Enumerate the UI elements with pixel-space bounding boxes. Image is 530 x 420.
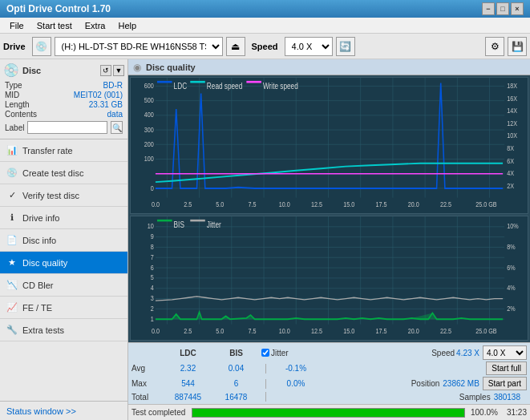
- menu-start-test[interactable]: Start test: [30, 19, 79, 32]
- disc-label-btn[interactable]: 🔍: [111, 121, 123, 134]
- svg-text:6X: 6X: [507, 157, 514, 165]
- sidebar-item-cd-bler[interactable]: 📉 CD Bler: [0, 274, 127, 297]
- menu-file[interactable]: File: [3, 19, 30, 32]
- svg-text:14X: 14X: [507, 107, 517, 115]
- contents-value: data: [107, 110, 123, 119]
- extra-tests-label: Extra tests: [22, 325, 64, 335]
- settings-button[interactable]: ⚙: [485, 37, 504, 56]
- length-value: 23.31 GB: [89, 100, 123, 109]
- charts-container: LDC Read speed Write speed 600 500 400 3…: [128, 75, 530, 342]
- max-jitter: 0.0%: [266, 379, 322, 388]
- close-button[interactable]: ×: [511, 2, 524, 15]
- dq-title: Disc quality: [146, 63, 196, 72]
- total-label: Total: [131, 393, 162, 402]
- type-label: Type: [5, 81, 22, 90]
- disc-refresh-btn[interactable]: ↺: [100, 65, 111, 76]
- sidebar: 💿 Disc ↺ ▼ Type BD-R MID MEIT02 (001) Le…: [0, 59, 128, 420]
- sidebar-item-create-test-disc[interactable]: 💿 Create test disc: [0, 162, 127, 184]
- chart1-wrapper: LDC Read speed Write speed 600 500 400 3…: [130, 77, 528, 214]
- progress-status: Test completed: [131, 408, 185, 417]
- sidebar-item-disc-info[interactable]: 📄 Disc info: [0, 229, 127, 252]
- speed-header: Speed: [431, 349, 455, 357]
- sidebar-item-drive-info[interactable]: ℹ Drive info: [0, 207, 127, 229]
- disc-quality-label: Disc quality: [22, 258, 67, 268]
- progress-time: 31:23: [507, 408, 527, 417]
- svg-text:10: 10: [148, 223, 154, 231]
- svg-text:Write speed: Write speed: [263, 81, 298, 91]
- status-window-label: Status window >>: [6, 406, 76, 416]
- disc-type-row: Type BD-R: [3, 81, 124, 90]
- label-label: Label: [5, 123, 24, 132]
- avg-ldc: 2.32: [162, 364, 214, 373]
- sidebar-item-extra-tests[interactable]: 🔧 Extra tests: [0, 319, 127, 341]
- svg-text:200: 200: [144, 140, 154, 148]
- jitter-checkbox[interactable]: [261, 349, 269, 357]
- svg-text:0.0: 0.0: [152, 201, 160, 209]
- svg-text:500: 500: [144, 96, 154, 104]
- fe-te-icon: 📈: [6, 302, 18, 313]
- svg-text:1: 1: [151, 315, 154, 323]
- save-button[interactable]: 💾: [508, 37, 527, 56]
- eject-button[interactable]: ⏏: [226, 37, 245, 56]
- drive-icon-btn[interactable]: 💿: [32, 37, 51, 56]
- disc-contents-row: Contents data: [3, 110, 124, 119]
- sidebar-item-disc-quality[interactable]: ★ Disc quality: [0, 252, 127, 274]
- svg-text:5.0: 5.0: [216, 328, 224, 336]
- svg-text:Jitter: Jitter: [207, 220, 221, 229]
- mid-label: MID: [5, 91, 19, 99]
- start-part-button[interactable]: Start part: [483, 377, 527, 390]
- sidebar-item-fe-te[interactable]: 📈 FE / TE: [0, 297, 127, 319]
- start-full-button[interactable]: Start full: [486, 361, 527, 375]
- menu-extra[interactable]: Extra: [79, 19, 112, 32]
- toolbar: Drive 💿 (H:) HL-DT-ST BD-RE WH16NS58 TST…: [0, 34, 530, 59]
- max-label: Max: [131, 379, 162, 388]
- mid-value: MEIT02 (001): [74, 91, 123, 99]
- svg-text:LDC: LDC: [174, 81, 188, 91]
- sidebar-item-verify-test-disc[interactable]: ✓ Verify test disc: [0, 184, 127, 207]
- minimize-button[interactable]: −: [482, 2, 495, 15]
- refresh-button[interactable]: 🔄: [336, 37, 355, 56]
- svg-rect-24: [246, 81, 261, 83]
- svg-text:2.5: 2.5: [184, 201, 192, 209]
- svg-text:5.0: 5.0: [216, 201, 224, 209]
- stats-speed-select[interactable]: 4.0 X: [483, 345, 527, 360]
- speed-select[interactable]: 4.0 X: [285, 37, 333, 56]
- maximize-button[interactable]: □: [496, 2, 509, 15]
- drive-label: Drive: [3, 42, 26, 51]
- drive-select[interactable]: (H:) HL-DT-ST BD-RE WH16NS58 TST4: [55, 37, 223, 56]
- transfer-rate-icon: 📊: [6, 145, 18, 156]
- progress-percent: 100.0%: [468, 408, 500, 417]
- avg-label: Avg: [131, 364, 162, 373]
- svg-text:16X: 16X: [507, 95, 517, 103]
- disc-length-row: Length 23.31 GB: [3, 100, 124, 109]
- drive-info-icon: ℹ: [6, 212, 18, 224]
- max-ldc: 544: [162, 379, 214, 388]
- disc-mid-row: MID MEIT02 (001): [3, 91, 124, 99]
- svg-rect-20: [157, 81, 172, 83]
- svg-text:100: 100: [144, 155, 154, 163]
- svg-text:10.0: 10.0: [279, 201, 290, 209]
- menu-help[interactable]: Help: [111, 19, 143, 32]
- svg-text:12X: 12X: [507, 119, 517, 127]
- status-window-btn[interactable]: Status window >>: [0, 401, 127, 420]
- stats-section: LDC BIS Jitter Speed 4.23 X 4.0 X: [128, 342, 530, 420]
- svg-text:Read speed: Read speed: [207, 81, 242, 91]
- svg-rect-76: [157, 220, 172, 222]
- svg-text:18X: 18X: [507, 82, 517, 90]
- svg-text:8: 8: [151, 243, 154, 251]
- menubar: File Start test Extra Help: [0, 18, 530, 34]
- length-label: Length: [5, 100, 30, 109]
- disc-label-input[interactable]: [27, 121, 107, 134]
- sidebar-item-transfer-rate[interactable]: 📊 Transfer rate: [0, 139, 127, 162]
- svg-text:5: 5: [151, 274, 154, 282]
- disc-label-row: Label 🔍: [3, 119, 124, 135]
- svg-text:9: 9: [151, 233, 154, 241]
- speed-label: Speed: [252, 42, 278, 51]
- disc-expand-btn[interactable]: ▼: [113, 65, 124, 76]
- svg-text:15.0: 15.0: [343, 328, 354, 336]
- dq-icon: ◉: [133, 62, 141, 73]
- svg-text:12.5: 12.5: [311, 201, 322, 209]
- type-value: BD-R: [103, 81, 123, 90]
- svg-text:8X: 8X: [507, 144, 514, 152]
- disc-quality-header: ◉ Disc quality: [128, 59, 530, 75]
